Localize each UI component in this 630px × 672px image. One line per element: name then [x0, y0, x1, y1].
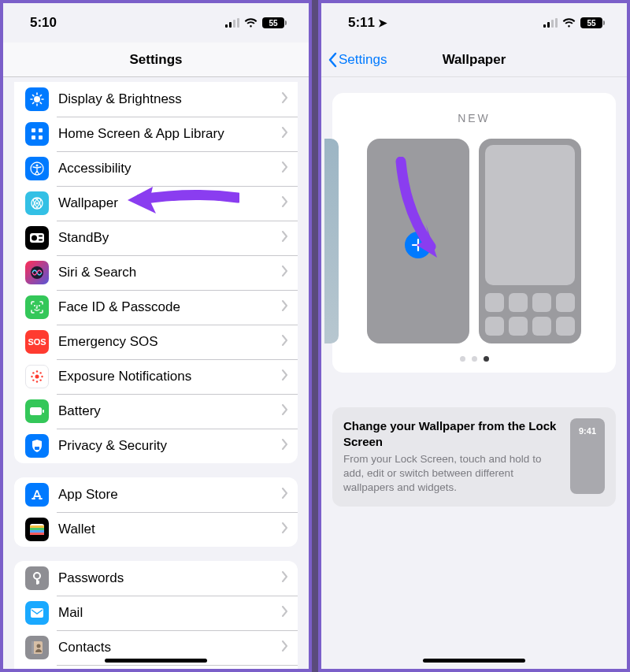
- svg-rect-39: [32, 641, 34, 654]
- svg-rect-4: [39, 136, 43, 139]
- settings-group: App StoreWallet: [14, 477, 298, 547]
- settings-row-label: Siri & Search: [58, 265, 282, 280]
- settings-row-label: Accessibility: [58, 161, 282, 176]
- sos-icon: SOS: [25, 330, 49, 354]
- app-grid-placeholder: [485, 293, 575, 336]
- tip-lockscreen-thumbnail: 9:41: [570, 418, 605, 494]
- svg-rect-28: [43, 410, 44, 413]
- svg-point-16: [34, 305, 35, 306]
- battery-icon: 55: [580, 17, 605, 28]
- svg-point-18: [35, 375, 39, 379]
- svg-point-25: [32, 379, 34, 381]
- page-dot[interactable]: [460, 356, 465, 362]
- settings-row-battery[interactable]: Battery: [14, 394, 298, 429]
- settings-row-accessibility[interactable]: Accessibility: [14, 151, 298, 186]
- page-title: Wallpaper: [443, 52, 506, 68]
- privacy-icon: [25, 434, 49, 458]
- nav-header: Settings Wallpaper: [321, 43, 627, 77]
- chevron-right-icon: [282, 369, 288, 384]
- contacts-icon: [25, 636, 49, 659]
- settings-row-standby[interactable]: StandBy: [14, 221, 298, 255]
- chevron-right-icon: [282, 162, 288, 176]
- chevron-right-icon: [282, 127, 288, 141]
- settings-list[interactable]: Display & BrightnessHome Screen & App Li…: [3, 77, 309, 669]
- settings-row-calendar[interactable]: Calendar: [14, 665, 298, 669]
- wifi-icon: [244, 18, 258, 28]
- wallet-icon: [25, 518, 49, 541]
- home-screen-preview[interactable]: [479, 139, 581, 343]
- svg-rect-34: [30, 530, 44, 533]
- standby-icon: [25, 226, 49, 250]
- svg-point-23: [32, 372, 34, 373]
- svg-point-26: [39, 379, 41, 381]
- page-dot[interactable]: [472, 356, 477, 362]
- page-title: Settings: [129, 52, 182, 68]
- settings-row-appstore[interactable]: App Store: [14, 477, 298, 512]
- chevron-left-icon: [328, 52, 337, 68]
- tip-mini-time: 9:41: [579, 426, 596, 436]
- chevron-right-icon: [282, 231, 288, 245]
- settings-row-privacy[interactable]: Privacy & Security: [14, 429, 298, 463]
- settings-row-label: Mail: [58, 605, 282, 621]
- settings-row-home-screen[interactable]: Home Screen & App Library: [14, 117, 298, 151]
- settings-row-passwords[interactable]: Passwords: [14, 561, 298, 596]
- passwords-icon: [25, 566, 49, 590]
- chevron-right-icon: [282, 439, 288, 453]
- settings-row-sos[interactable]: SOSEmergency SOS: [14, 325, 298, 359]
- cellular-icon: [225, 18, 239, 28]
- chevron-right-icon: [282, 571, 288, 585]
- chevron-right-icon: [282, 92, 288, 106]
- tip-card: Change your Wallpaper from the Lock Scre…: [332, 407, 616, 507]
- settings-row-faceid[interactable]: Face ID & Passcode: [14, 290, 298, 325]
- svg-point-24: [39, 372, 41, 373]
- svg-rect-3: [32, 136, 35, 139]
- svg-rect-13: [39, 236, 43, 237]
- home-indicator: [423, 659, 525, 663]
- svg-rect-2: [39, 128, 43, 132]
- exposure-icon: [25, 365, 49, 388]
- page-dot-current[interactable]: [484, 356, 489, 362]
- previous-wallpaper-peek[interactable]: [324, 139, 339, 343]
- wallpaper-content[interactable]: NEW: [321, 77, 627, 669]
- settings-row-label: Emergency SOS: [58, 334, 282, 350]
- svg-point-22: [41, 376, 43, 377]
- svg-rect-30: [35, 444, 39, 447]
- settings-row-wallpaper[interactable]: Wallpaper: [14, 186, 298, 221]
- settings-row-label: Battery: [58, 403, 282, 419]
- settings-row-label: Passwords: [58, 570, 282, 586]
- nav-header: Settings: [3, 43, 309, 77]
- page-dots[interactable]: [343, 356, 605, 362]
- location-arrow-icon: ➤: [375, 17, 387, 29]
- settings-row-display[interactable]: Display & Brightness: [14, 82, 298, 117]
- status-icons: 55: [225, 17, 287, 28]
- svg-point-19: [36, 370, 38, 372]
- status-bar: 5:11➤ 55: [321, 3, 627, 43]
- settings-group: Display & BrightnessHome Screen & App Li…: [14, 82, 298, 463]
- svg-point-21: [31, 376, 32, 377]
- settings-row-siri[interactable]: Siri & Search: [14, 255, 298, 290]
- settings-row-mail[interactable]: Mail: [14, 596, 298, 630]
- settings-row-exposure[interactable]: Exposure Notifications: [14, 359, 298, 394]
- home-indicator: [105, 659, 207, 663]
- svg-point-0: [34, 96, 40, 102]
- status-time: 5:11➤: [348, 15, 387, 31]
- battery-icon: [25, 399, 49, 423]
- appstore-icon: [25, 483, 49, 507]
- status-bar: 5:10 55: [3, 3, 309, 43]
- settings-row-wallet[interactable]: Wallet: [14, 512, 298, 547]
- wallpaper-icon: [25, 191, 49, 215]
- lock-screen-preview[interactable]: [367, 139, 469, 343]
- svg-point-36: [34, 573, 40, 579]
- new-wallpaper-label: NEW: [343, 112, 605, 124]
- svg-rect-37: [31, 608, 43, 618]
- siri-icon: [25, 261, 49, 284]
- add-wallpaper-button[interactable]: [405, 232, 432, 258]
- chevron-right-icon: [282, 404, 288, 418]
- settings-group: PasswordsMailContactsCalendar: [14, 561, 298, 669]
- settings-row-label: Wallpaper: [58, 195, 282, 211]
- chevron-right-icon: [282, 300, 288, 314]
- settings-row-label: Privacy & Security: [58, 438, 282, 454]
- svg-rect-33: [30, 528, 44, 530]
- back-button[interactable]: Settings: [328, 52, 387, 68]
- chevron-right-icon: [282, 196, 288, 210]
